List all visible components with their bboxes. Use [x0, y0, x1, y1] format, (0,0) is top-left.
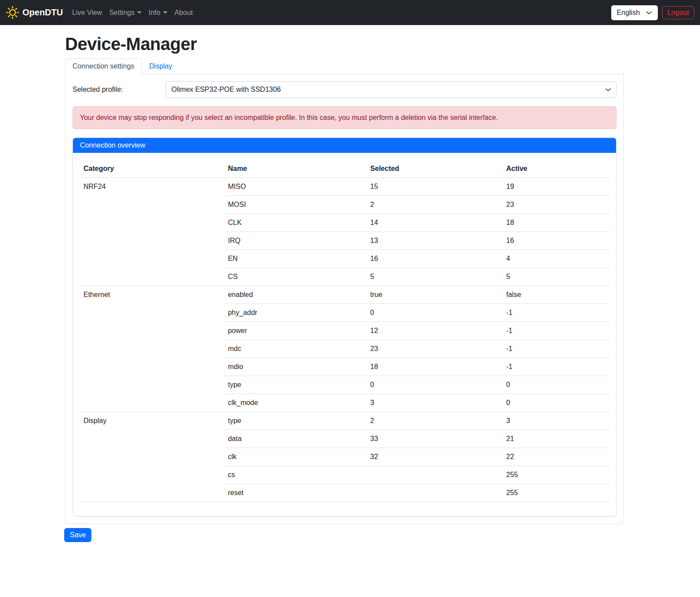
selected-cell: 23 — [367, 340, 503, 358]
selected-cell: true — [367, 286, 503, 304]
name-cell: MOSI — [225, 196, 367, 214]
column-header-name: Name — [225, 160, 367, 178]
logout-button[interactable]: Logout — [662, 6, 694, 19]
name-cell: mdc — [225, 340, 367, 358]
selected-cell: 2 — [367, 412, 503, 430]
selected-cell: 15 — [367, 178, 503, 196]
name-cell: phy_addr — [225, 304, 367, 322]
selected-cell: 18 — [367, 358, 503, 376]
table-row: Ethernetenabledtruefalse — [80, 286, 609, 304]
name-cell: EN — [225, 250, 367, 268]
name-cell: mdio — [225, 358, 367, 376]
selected-cell: 16 — [367, 250, 503, 268]
connection-settings-panel: Selected profile: Olimex ESP32-POE with … — [65, 74, 624, 524]
nav-item-settings[interactable]: Settings — [105, 5, 145, 20]
active-cell: 5 — [503, 268, 609, 286]
category-cell-ethernet: Ethernet — [80, 286, 225, 412]
sun-icon — [6, 6, 19, 19]
profile-warning-alert: Your device may stop responding if you s… — [73, 106, 617, 129]
name-cell: IRQ — [225, 232, 367, 250]
nav-item-label: Info — [149, 9, 160, 17]
profile-select[interactable]: Olimex ESP32-POE with SSD1306 — [166, 81, 617, 98]
name-cell: data — [225, 430, 367, 448]
tab-bar: Connection settingsDisplay — [65, 58, 624, 74]
active-cell: 3 — [503, 412, 609, 430]
name-cell: enabled — [225, 286, 367, 304]
selected-cell: 5 — [367, 268, 503, 286]
language-value: English — [617, 9, 640, 17]
active-cell: 0 — [503, 376, 609, 394]
selected-cell: 0 — [367, 304, 503, 322]
active-cell: 21 — [503, 430, 609, 448]
active-cell: -1 — [503, 304, 609, 322]
caret-down-icon — [163, 11, 167, 14]
name-cell: clk_mode — [225, 394, 367, 412]
category-cell-display: Display — [80, 412, 225, 502]
active-cell: false — [503, 286, 609, 304]
nav-links: Live ViewSettingsInfoAbout — [69, 5, 196, 20]
chevron-down-icon — [646, 10, 652, 16]
selected-cell: 2 — [367, 196, 503, 214]
selected-cell: 0 — [367, 376, 503, 394]
save-button[interactable]: Save — [64, 528, 91, 542]
category-cell-nrf24: NRF24 — [80, 178, 225, 286]
name-cell: type — [225, 376, 367, 394]
active-cell: -1 — [503, 322, 609, 340]
nav-item-about[interactable]: About — [171, 5, 196, 20]
nav-item-live-view[interactable]: Live View — [69, 5, 105, 20]
name-cell: clk — [225, 448, 367, 466]
name-cell: CLK — [225, 214, 367, 232]
selected-cell: 32 — [367, 448, 503, 466]
page-title: Device-Manager — [65, 34, 624, 54]
caret-down-icon — [137, 11, 141, 14]
name-cell: CS — [225, 268, 367, 286]
profile-select-value: Olimex ESP32-POE with SSD1306 — [171, 86, 281, 94]
chevron-down-icon — [605, 87, 611, 93]
active-cell: 23 — [503, 196, 609, 214]
selected-cell: 12 — [367, 322, 503, 340]
selected-cell: 33 — [367, 430, 503, 448]
connection-overview-header: Connection overview — [73, 138, 616, 153]
active-cell: 0 — [503, 394, 609, 412]
nav-item-label: About — [174, 9, 193, 17]
profile-row: Selected profile: Olimex ESP32-POE with … — [73, 81, 617, 98]
active-cell: 4 — [503, 250, 609, 268]
nav-item-label: Live View — [72, 9, 102, 17]
active-cell: -1 — [503, 358, 609, 376]
column-header-active: Active — [503, 160, 609, 178]
table-row: Displaytype23 — [80, 412, 609, 430]
active-cell: 16 — [503, 232, 609, 250]
nav-item-label: Settings — [109, 9, 134, 17]
selected-cell: 13 — [367, 232, 503, 250]
brand-link[interactable]: OpenDTU — [6, 6, 63, 19]
active-cell: 255 — [503, 484, 609, 502]
column-header-selected: Selected — [367, 160, 503, 178]
active-cell: 22 — [503, 448, 609, 466]
connection-overview-card: Connection overview CategoryNameSelected… — [73, 137, 617, 517]
selected-cell: 3 — [367, 394, 503, 412]
selected-cell — [367, 484, 503, 502]
main-container: Device-Manager Connection settingsDispla… — [64, 34, 624, 542]
name-cell: reset — [225, 484, 367, 502]
name-cell: power — [225, 322, 367, 340]
table-row: NRF24MISO1519 — [80, 178, 609, 196]
tab-connection-settings[interactable]: Connection settings — [65, 58, 142, 74]
selected-cell — [367, 466, 503, 484]
brand-label: OpenDTU — [22, 7, 63, 18]
selected-profile-label: Selected profile: — [73, 83, 166, 97]
active-cell: 19 — [503, 178, 609, 196]
tab-display[interactable]: Display — [142, 58, 180, 74]
active-cell: 255 — [503, 466, 609, 484]
language-select[interactable]: English — [611, 5, 658, 20]
active-cell: -1 — [503, 340, 609, 358]
column-header-category: Category — [80, 160, 225, 178]
selected-cell: 14 — [367, 214, 503, 232]
navbar: OpenDTU Live ViewSettingsInfoAbout Engli… — [0, 0, 700, 25]
name-cell: type — [225, 412, 367, 430]
nav-item-info[interactable]: Info — [145, 5, 171, 20]
name-cell: cs — [225, 466, 367, 484]
name-cell: MISO — [225, 178, 367, 196]
connection-overview-table: CategoryNameSelectedActive NRF24MISO1519… — [80, 160, 609, 502]
active-cell: 18 — [503, 214, 609, 232]
